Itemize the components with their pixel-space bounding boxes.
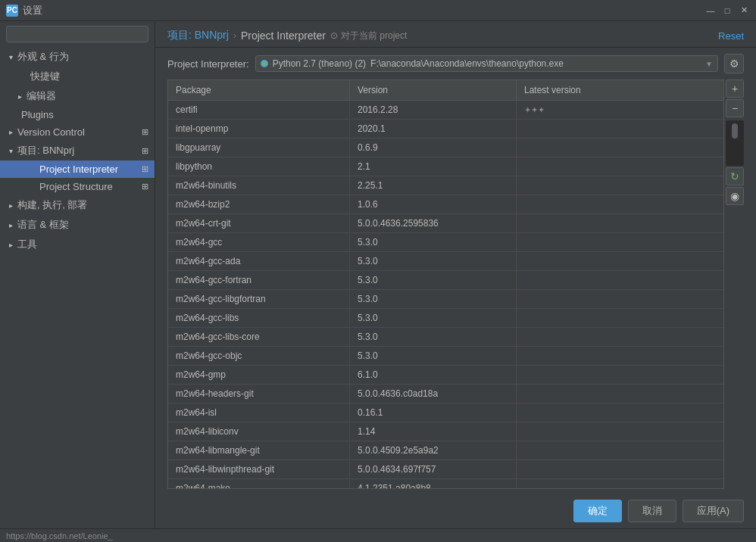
table-row[interactable]: m2w64-make4.1.2351.a80a8b8: [168, 479, 723, 488]
table-row[interactable]: m2w64-headers-git5.0.0.4636.c0ad18a: [168, 385, 723, 403]
cell-package: m2w64-libmangle-git: [168, 441, 350, 459]
table-row[interactable]: m2w64-binutils2.25.1: [168, 176, 723, 195]
sidebar-item-project-bnn[interactable]: ▾项目: BNNprj⊞: [0, 141, 155, 160]
cell-latest: [517, 176, 723, 195]
table-row[interactable]: intel-openmp2020.1: [168, 120, 723, 139]
sidebar-label: 语言 & 框架: [17, 218, 69, 232]
python-status-dot: [261, 60, 268, 67]
cell-latest: [517, 271, 723, 289]
table-row[interactable]: m2w64-crt-git5.0.0.4636.2595836: [168, 214, 723, 233]
sidebar-label: 编辑器: [27, 89, 56, 103]
cell-package: libpython: [168, 157, 350, 176]
sidebar-label: 工具: [17, 238, 37, 251]
cell-latest: [517, 385, 723, 403]
table-row[interactable]: m2w64-gcc-libs-core5.3.0: [168, 328, 723, 347]
cell-package: m2w64-gcc-libs: [168, 309, 350, 327]
sidebar-item-icon: ⊞: [142, 127, 148, 137]
cell-package: intel-openmp: [168, 120, 350, 138]
remove-package-button[interactable]: −: [726, 99, 744, 117]
table-row[interactable]: m2w64-isl0.16.1: [168, 403, 723, 422]
cell-version: 2.1: [350, 157, 517, 176]
eye-button[interactable]: ◉: [726, 187, 744, 205]
table-row[interactable]: libgpuarray0.6.9: [168, 139, 723, 157]
table-row[interactable]: m2w64-gcc-libgfortran5.3.0: [168, 290, 723, 309]
cell-version: 0.16.1: [350, 403, 517, 422]
maximize-button[interactable]: □: [721, 5, 733, 17]
sidebar-item-tools[interactable]: ▸工具: [0, 235, 155, 254]
cell-package: m2w64-binutils: [168, 176, 350, 195]
sidebar-item-build-run-deploy[interactable]: ▸构建, 执行, 部署: [0, 195, 155, 215]
search-input[interactable]: [6, 26, 148, 42]
table-row[interactable]: m2w64-gcc-fortran5.3.0: [168, 271, 723, 290]
cell-package: m2w64-make: [168, 479, 350, 488]
sidebar-item-icon: ⊞: [142, 164, 148, 174]
interpreter-gear-button[interactable]: ⚙: [724, 54, 744, 73]
cell-version: 5.3.0: [350, 233, 517, 251]
scroll-thumb[interactable]: [732, 123, 738, 139]
cell-version: 5.3.0: [350, 271, 517, 289]
sidebar-item-languages[interactable]: ▸语言 & 框架: [0, 215, 155, 235]
table-row[interactable]: m2w64-bzip21.0.6: [168, 195, 723, 214]
cell-version: 5.0.0.4509.2e5a9a2: [350, 441, 517, 459]
cell-package: m2w64-gmp: [168, 366, 350, 384]
table-row[interactable]: m2w64-libmangle-git5.0.0.4509.2e5a9a2: [168, 441, 723, 460]
sidebar-item-keymap[interactable]: 快捷键: [0, 67, 155, 86]
table-row[interactable]: m2w64-gcc-objc5.3.0: [168, 347, 723, 366]
cell-latest: [517, 290, 723, 308]
sidebar: ▾外观 & 行为快捷键▸编辑器Plugins▸Version Control⊞▾…: [0, 21, 155, 528]
interpreter-select[interactable]: Python 2.7 (theano) (2) F:\anaconda\Anac…: [255, 55, 718, 72]
table-row[interactable]: m2w64-gmp6.1.0: [168, 366, 723, 385]
cell-latest: [517, 460, 723, 478]
add-package-button[interactable]: +: [726, 79, 744, 98]
sidebar-label: Project Structure: [39, 181, 113, 192]
expand-icon: ▾: [9, 53, 13, 61]
sidebar-label: Project Interpreter: [39, 164, 118, 175]
cell-package: m2w64-gcc-ada: [168, 252, 350, 270]
table-row[interactable]: m2w64-libwinpthread-git5.0.0.4634.697f75…: [168, 460, 723, 479]
table-row[interactable]: m2w64-libiconv1.14: [168, 422, 723, 441]
close-button[interactable]: ✕: [738, 5, 750, 17]
cell-package: certifi: [168, 101, 350, 119]
cancel-button[interactable]: 取消: [628, 500, 676, 522]
cell-package: m2w64-gcc-libs-core: [168, 328, 350, 346]
table-row[interactable]: libpython2.1: [168, 157, 723, 176]
sidebar-label: 外观 & 行为: [17, 50, 69, 64]
table-row[interactable]: m2w64-gcc5.3.0: [168, 233, 723, 252]
sidebar-label: 快捷键: [30, 70, 60, 83]
apply-button[interactable]: 应用(A): [683, 500, 744, 522]
app-icon: PC: [6, 5, 18, 17]
cell-version: 5.3.0: [350, 347, 517, 365]
cell-version: 5.3.0: [350, 309, 517, 327]
cell-version: 5.3.0: [350, 252, 517, 270]
breadcrumb-meta: ⊙ 对于当前 project: [330, 30, 407, 42]
sidebar-item-project-structure[interactable]: Project Structure⊞: [0, 178, 155, 195]
table-row[interactable]: m2w64-gcc-libs5.3.0: [168, 309, 723, 328]
sidebar-item-editor[interactable]: ▸编辑器: [0, 86, 155, 106]
ok-button[interactable]: 确定: [573, 500, 622, 522]
sidebar-item-plugins[interactable]: Plugins: [0, 106, 155, 123]
table-area: Package Version Latest version certifi20…: [155, 79, 756, 495]
reset-button[interactable]: Reset: [718, 30, 744, 42]
cell-version: 1.14: [350, 422, 517, 441]
sidebar-item-appearance[interactable]: ▾外观 & 行为: [0, 47, 155, 67]
breadcrumb-bar: 项目: BNNprj › Project Interpreter ⊙ 对于当前 …: [155, 21, 756, 48]
col-package: Package: [168, 80, 350, 100]
minimize-button[interactable]: —: [704, 5, 717, 17]
cell-package: m2w64-libiconv: [168, 422, 350, 441]
sidebar-item-version-control[interactable]: ▸Version Control⊞: [0, 123, 155, 141]
cell-package: m2w64-isl: [168, 403, 350, 422]
breadcrumb-project[interactable]: 项目: BNNprj: [167, 29, 229, 42]
sidebar-item-project-interpreter[interactable]: Project Interpreter⊞: [0, 160, 155, 178]
interpreter-row: Project Interpreter: Python 2.7 (theano)…: [155, 48, 756, 79]
sidebar-label: Version Control: [17, 126, 85, 138]
meta-text: 对于当前 project: [341, 30, 407, 42]
cell-latest: [517, 347, 723, 365]
cell-version: 5.0.0.4636.2595836: [350, 214, 517, 232]
cell-latest: [517, 366, 723, 384]
side-toolbar: + − ↻ ◉: [726, 79, 744, 205]
refresh-button[interactable]: ↻: [726, 167, 744, 185]
table-row[interactable]: certifi2016.2.28 ✦✦✦: [168, 101, 723, 120]
table-row[interactable]: m2w64-gcc-ada5.3.0: [168, 252, 723, 271]
url-bar: https://blog.csdn.net/Leonie_: [0, 528, 756, 542]
sidebar-nav: ▾外观 & 行为快捷键▸编辑器Plugins▸Version Control⊞▾…: [0, 47, 155, 254]
